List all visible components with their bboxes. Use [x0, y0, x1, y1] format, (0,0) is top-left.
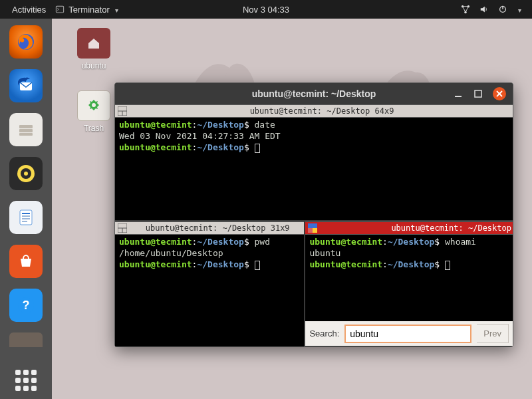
chevron-down-icon: [114, 5, 118, 15]
window-title: ubuntu@tecmint: ~/Desktop: [252, 88, 376, 99]
svg-rect-35: [313, 228, 317, 233]
desktop-icon-trash-label: Trash: [70, 124, 117, 133]
terminal-icon: [55, 5, 65, 14]
svg-point-22: [92, 103, 96, 107]
pane-br-body[interactable]: ubuntu@tecmint:~/Desktop$ whoami ubuntu …: [305, 235, 513, 321]
split-icon: [118, 106, 127, 116]
maximize-button[interactable]: [473, 88, 483, 99]
desktop-icon-home-label: ubuntu: [70, 61, 117, 70]
app-menu[interactable]: Terminator: [55, 5, 118, 15]
shopping-bag-icon: [17, 252, 35, 271]
svg-rect-1: [57, 7, 64, 13]
svg-rect-15: [20, 210, 32, 225]
dock-files[interactable]: [9, 113, 43, 146]
firefox-icon: [15, 31, 37, 53]
window-titlebar[interactable]: ubuntu@tecmint: ~/Desktop: [115, 83, 513, 104]
dock: ?: [0, 19, 52, 399]
files-icon: [16, 120, 36, 140]
pane-bl-body[interactable]: ubuntu@tecmint:~/Desktop$ pwd /home/ubun…: [115, 235, 304, 346]
cursor: [445, 261, 450, 270]
pane-bottom-right: ubuntu@tecmint: ~/Desktop ubuntu@tecmint…: [304, 221, 513, 346]
split-icon: [308, 223, 317, 233]
svg-rect-24: [475, 90, 481, 97]
status-area[interactable]: [461, 5, 532, 15]
thunderbird-icon: [16, 76, 36, 96]
svg-point-14: [24, 172, 28, 176]
minimize-button[interactable]: [453, 88, 464, 99]
pane-bl-tab-label: ubuntu@tecmint: ~/Desktop 31x9: [131, 221, 304, 235]
trash-icon: [86, 98, 102, 114]
svg-rect-18: [22, 218, 30, 219]
search-label: Search:: [309, 329, 339, 338]
desktop-icon-home[interactable]: ubuntu: [70, 28, 117, 70]
pane-bl-tab[interactable]: ubuntu@tecmint: ~/Desktop 31x9: [115, 221, 304, 235]
speaker-icon: [15, 162, 37, 185]
svg-text:?: ?: [23, 299, 30, 312]
dock-firefox[interactable]: [9, 25, 43, 59]
cursor: [255, 144, 260, 153]
pane-br-tab[interactable]: ubuntu@tecmint: ~/Desktop: [305, 221, 513, 235]
desktop-icon-trash[interactable]: Trash: [70, 90, 117, 133]
dock-help[interactable]: ?: [9, 289, 43, 322]
pane-top-tab[interactable]: ubuntu@tecmint: ~/Desktop 64x9: [115, 104, 513, 118]
pane-br-tab-label: ubuntu@tecmint: ~/Desktop: [321, 221, 513, 235]
search-prev-button[interactable]: Prev: [477, 324, 509, 343]
search-input[interactable]: [344, 325, 471, 343]
pane-top-tab-label: ubuntu@tecmint: ~/Desktop 64x9: [131, 104, 513, 118]
app-menu-label: Terminator: [68, 5, 109, 15]
gnome-top-bar: Activities Terminator Nov 3 04:33: [0, 0, 532, 19]
terminal-window: ubuntu@tecmint: ~/Desktop ubuntu@tecmint…: [114, 82, 513, 347]
svg-rect-10: [19, 129, 33, 132]
dock-rhythmbox[interactable]: [9, 157, 43, 190]
svg-rect-11: [19, 133, 33, 136]
pane-bottom-left: ubuntu@tecmint: ~/Desktop 31x9 ubuntu@te…: [115, 221, 304, 346]
pane-top-body[interactable]: ubuntu@tecmint:~/Desktop$ date Wed 03 No…: [115, 118, 513, 220]
dock-software[interactable]: [9, 245, 43, 278]
svg-rect-9: [19, 125, 33, 128]
dock-thunderbird[interactable]: [9, 69, 43, 102]
svg-rect-16: [22, 213, 30, 214]
home-folder-icon: [86, 35, 102, 51]
power-icon: [498, 5, 507, 14]
document-icon: [16, 207, 36, 227]
chevron-down-icon: [517, 5, 521, 15]
dock-partial[interactable]: [9, 332, 43, 347]
clock[interactable]: Nov 3 04:33: [243, 5, 289, 15]
svg-rect-34: [308, 223, 317, 228]
desktop[interactable]: ubuntu Trash ubuntu@tecmint: ~/Desktop: [52, 19, 532, 399]
dock-writer[interactable]: [9, 201, 43, 234]
activities-button[interactable]: Activities: [12, 5, 46, 15]
search-bar: Search: Prev: [305, 321, 513, 346]
help-icon: ?: [17, 296, 35, 315]
show-applications-button[interactable]: [15, 370, 37, 391]
cursor: [255, 261, 260, 270]
svg-rect-19: [22, 221, 27, 222]
svg-rect-17: [22, 215, 30, 217]
split-icon: [118, 223, 127, 233]
volume-icon: [479, 5, 489, 14]
close-button[interactable]: [493, 87, 506, 100]
network-icon: [461, 5, 470, 14]
